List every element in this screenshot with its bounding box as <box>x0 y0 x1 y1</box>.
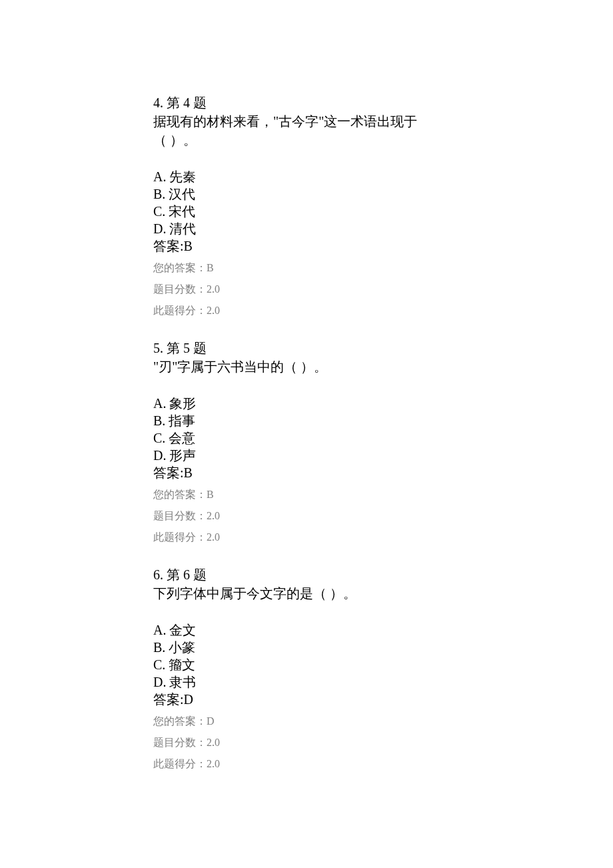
correct-answer: 答案:B <box>153 464 460 481</box>
question-got: 此题得分：2.0 <box>153 531 460 544</box>
correct-answer: 答案:D <box>153 691 460 708</box>
your-answer: 您的答案：B <box>153 488 460 501</box>
question-5: 5. 第 5 题 "刃"字属于六书当中的（ ）。 A. 象形 B. 指事 C. … <box>153 339 460 544</box>
question-got: 此题得分：2.0 <box>153 304 460 317</box>
option-d: D. 清代 <box>153 220 460 237</box>
option-a: A. 金文 <box>153 621 460 639</box>
question-score: 题目分数：2.0 <box>153 736 460 749</box>
spacer <box>153 603 460 621</box>
question-4: 4. 第 4 题 据现有的材料来看，"古今字"这一术语出现于 （ ）。 A. 先… <box>153 93 460 317</box>
question-score: 题目分数：2.0 <box>153 283 460 296</box>
correct-answer: 答案:B <box>153 237 460 255</box>
option-d: D. 形声 <box>153 447 460 464</box>
question-got: 此题得分：2.0 <box>153 757 460 771</box>
option-d: D. 隶书 <box>153 673 460 691</box>
option-b: B. 汉代 <box>153 185 460 203</box>
option-c: C. 宋代 <box>153 203 460 220</box>
question-header: 5. 第 5 题 <box>153 339 460 357</box>
option-b: B. 小篆 <box>153 639 460 656</box>
question-text-line: 据现有的材料来看，"古今字"这一术语出现于 <box>153 112 460 131</box>
option-c: C. 会意 <box>153 429 460 447</box>
spacer <box>153 376 460 395</box>
option-a: A. 先秦 <box>153 168 460 185</box>
spacer <box>153 149 460 168</box>
question-header: 4. 第 4 题 <box>153 93 460 112</box>
option-c: C. 籀文 <box>153 656 460 673</box>
question-text-line: （ ）。 <box>153 131 460 149</box>
question-score: 题目分数：2.0 <box>153 509 460 523</box>
your-answer: 您的答案：B <box>153 261 460 275</box>
your-answer: 您的答案：D <box>153 715 460 728</box>
option-b: B. 指事 <box>153 412 460 429</box>
question-text-line: 下列字体中属于今文字的是（ ）。 <box>153 584 460 603</box>
document-page: 4. 第 4 题 据现有的材料来看，"古今字"这一术语出现于 （ ）。 A. 先… <box>0 0 460 771</box>
option-a: A. 象形 <box>153 395 460 412</box>
question-6: 6. 第 6 题 下列字体中属于今文字的是（ ）。 A. 金文 B. 小篆 C.… <box>153 565 460 771</box>
question-text-line: "刃"字属于六书当中的（ ）。 <box>153 357 460 376</box>
question-header: 6. 第 6 题 <box>153 565 460 584</box>
